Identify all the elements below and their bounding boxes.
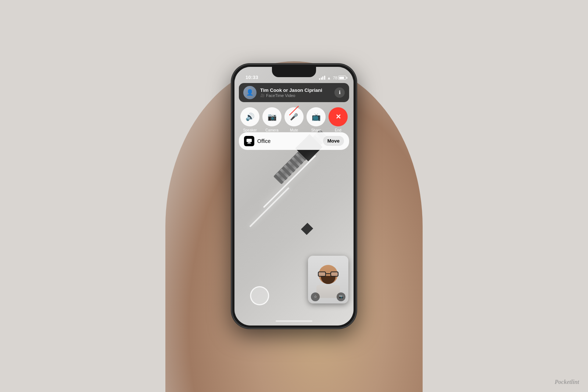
mute-label: Mute bbox=[290, 128, 298, 132]
wifi-icon: ▲ bbox=[327, 76, 331, 80]
notch bbox=[272, 67, 316, 77]
svg-rect-0 bbox=[247, 139, 252, 142]
speaker-control: 🔊 Speaker bbox=[240, 107, 259, 132]
mute-button[interactable]: 🎤 bbox=[284, 107, 304, 126]
camera-button[interactable]: 📷 bbox=[262, 107, 282, 126]
home-indicator bbox=[276, 320, 312, 322]
phone-screen: 10:33 ▲ 78 bbox=[234, 67, 354, 326]
svg-rect-1 bbox=[248, 142, 250, 143]
shutter-button[interactable] bbox=[250, 286, 269, 305]
apple-tv-icon bbox=[244, 136, 254, 146]
self-view-controls: ☆ 📷 bbox=[308, 292, 348, 301]
svg-rect-2 bbox=[247, 143, 251, 143]
signal-icon bbox=[319, 76, 325, 80]
battery-icon bbox=[338, 76, 346, 80]
flip-camera-button[interactable]: 📷 bbox=[337, 292, 345, 301]
camera-label: Camera bbox=[265, 128, 279, 132]
phone-device: 10:33 ▲ 78 bbox=[232, 64, 356, 328]
speaker-button[interactable]: 🔊 bbox=[240, 107, 259, 126]
call-type-label: FaceTime Video bbox=[266, 93, 295, 98]
battery-indicator: 78 bbox=[333, 76, 346, 80]
battery-fill bbox=[339, 77, 344, 79]
facetime-video-icon: 🎥 bbox=[260, 93, 265, 97]
share-button[interactable]: 📺 bbox=[306, 107, 326, 126]
shareplay-banner: Office Move bbox=[239, 132, 349, 150]
share-label: Share bbox=[311, 128, 321, 132]
camera-control: 📷 Camera bbox=[262, 107, 282, 132]
shareplay-text: Office bbox=[257, 138, 320, 144]
favorite-button[interactable]: ☆ bbox=[311, 292, 320, 301]
end-control: ✕ End bbox=[329, 107, 348, 132]
call-info-bar: 👤 Tim Cook or Jason Cipriani 🎥 FaceTime … bbox=[239, 83, 349, 102]
info-button[interactable]: ℹ bbox=[334, 87, 345, 98]
ceiling-element-2 bbox=[301, 223, 313, 235]
call-type: 🎥 FaceTime Video bbox=[260, 93, 331, 98]
move-button[interactable]: Move bbox=[323, 136, 344, 146]
status-icons: ▲ 78 bbox=[319, 76, 346, 80]
call-controls: 🔊 Speaker 📷 Camera 🎤 Mute 📺 Share ✕ E bbox=[239, 107, 349, 132]
speaker-label: Speaker bbox=[243, 128, 257, 132]
caller-info: Tim Cook or Jason Cipriani 🎥 FaceTime Vi… bbox=[260, 87, 331, 98]
mute-control: 🎤 Mute bbox=[284, 107, 304, 132]
end-call-button[interactable]: ✕ bbox=[329, 107, 348, 126]
end-label: End bbox=[335, 128, 341, 132]
watermark: Pocketlint bbox=[555, 379, 579, 385]
caller-avatar: 👤 bbox=[243, 86, 257, 99]
battery-percent: 78 bbox=[333, 76, 337, 80]
watermark-text: Pocketlint bbox=[555, 379, 579, 385]
ceiling-light-2 bbox=[250, 187, 290, 227]
share-control: 📺 Share bbox=[306, 107, 326, 132]
self-view: ☆ 📷 bbox=[308, 256, 348, 303]
caller-name: Tim Cook or Jason Cipriani bbox=[260, 87, 331, 93]
